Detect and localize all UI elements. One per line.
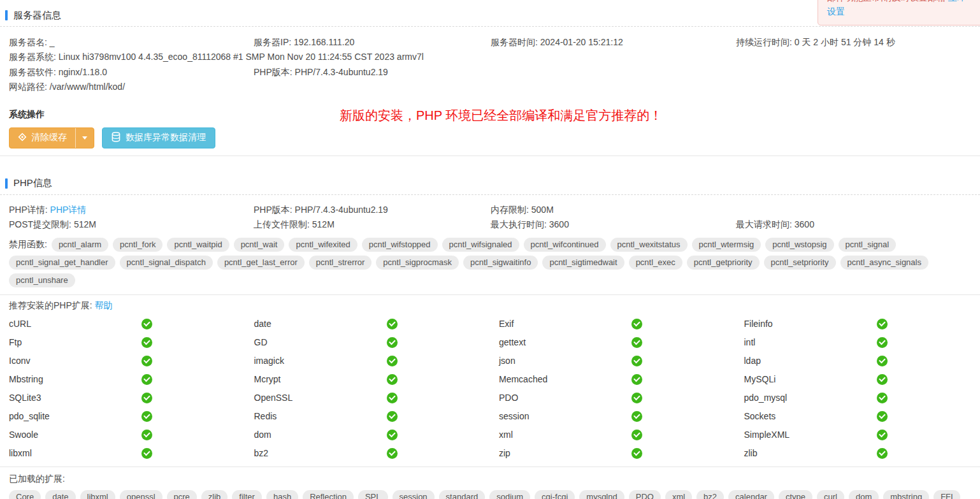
field-label: POST提交限制: [9,219,74,229]
recommended-extensions-row: 推荐安装的PHP扩展: 帮助 [9,300,980,312]
notice-text: 邮件功能正常,请及时设置邮箱 立即 [827,0,980,4]
divider [0,466,980,467]
check-circle-icon [877,319,888,329]
field-label: 服务器名: [9,37,50,47]
extension-tag: date [45,490,75,499]
divider [0,155,980,156]
loaded-extensions-label: 已加载的扩展: [9,474,980,485]
extension-item: pdo_sqlite [0,407,245,426]
php-info-header: PHP信息 [5,177,980,190]
recommended-extensions-grid: cURL date Exif Fileinfo Ftp [0,315,980,463]
system-operations-buttons: 清除缓存 数据库异常数据清理 [9,127,980,148]
extension-name: gettext [499,337,526,347]
extension-tag: PDO [629,490,661,499]
field-value: 512M [312,219,335,229]
extension-tag: Reflection [303,490,354,499]
php-info-grid: PHP详情: PHP详情 PHP版本: PHP/7.4.3-4ubuntu2.1… [0,203,980,233]
extension-name: Iconv [9,356,30,366]
function-tag: pcntl_wexitstatus [610,238,688,252]
extension-item: libxml [0,444,245,463]
field-site-path: 网站路径: /var/www/html/kod/ [0,80,980,94]
check-circle-icon [631,337,642,348]
function-tag: pcntl_getpriority [687,256,760,270]
extension-name: Exif [499,319,514,329]
clear-cache-dropdown-toggle[interactable] [75,128,94,148]
field-label: 服务器IP: [254,37,294,47]
field-memory-limit: 内存限制: 500M [482,203,727,217]
extension-item: dom [245,426,491,444]
check-circle-icon [141,356,152,366]
divider [0,294,980,295]
function-tag: pcntl_wstopsig [765,238,833,252]
field-label: PHP版本: [254,67,295,77]
extension-item: intl [735,333,980,352]
field-server-time: 服务器时间: 2024-01-20 15:21:12 [482,35,727,50]
extension-name: OpenSSL [254,393,293,403]
extension-name: Ftp [9,337,22,347]
check-circle-icon [141,448,152,459]
divider [0,194,980,195]
extension-item: SimpleXML [735,426,980,444]
extension-tag: hash [266,490,298,499]
extension-item: imagick [245,352,491,370]
check-circle-icon [631,411,642,422]
field-label: 服务器时间: [491,37,540,47]
extension-name: zlib [744,448,758,458]
function-tag: pcntl_signal_get_handler [9,256,115,270]
field-label: 服务器系统: [9,52,59,62]
extension-item: ldap [735,352,980,370]
extension-name: Memcached [499,374,547,384]
extension-tag: sodium [489,490,530,499]
field-server-software: 服务器软件: nginx/1.18.0 [0,65,245,80]
check-circle-icon [141,374,152,385]
extension-item: json [490,352,735,370]
notice-text-fragment: 邮件功能正常,请及时设置邮箱 [827,0,948,3]
function-tag: pcntl_sigtimedwait [542,256,624,270]
check-circle-icon [387,430,398,440]
extension-item: gettext [490,333,735,352]
extension-item: Memcached [490,370,735,389]
extension-tag: mbstring [883,490,929,499]
notice-setup-link[interactable]: 立即 [948,0,966,3]
field-label: 内存限制: [491,205,531,215]
extension-tag: SPL [358,490,388,499]
db-clean-button[interactable]: 数据库异常数据清理 [102,127,215,148]
extension-item: Ftp [0,333,245,352]
extension-name: Fileinfo [744,319,773,329]
function-tag: pcntl_strerror [309,256,372,270]
extension-tag: zlib [201,490,228,499]
server-info-grid: 服务器名: _ 服务器IP: 192.168.111.20 服务器时间: 202… [0,35,980,95]
field-value: /var/www/html/kod/ [50,82,125,92]
check-circle-icon [141,393,152,403]
check-circle-icon [387,374,398,385]
field-server-system: 服务器系统: Linux hi3798mv100 4.4.35_ecoo_811… [0,50,980,64]
check-circle-icon [631,393,642,403]
check-circle-icon [631,356,642,366]
help-link[interactable]: 帮助 [95,300,113,310]
extension-item: date [245,315,491,333]
extension-tag: session [393,490,435,499]
extension-item: Mcrypt [245,370,491,389]
clear-cache-button[interactable]: 清除缓存 [10,128,75,148]
php-details-link[interactable]: PHP详情 [50,205,87,215]
extension-tag: xml [665,490,692,499]
extension-item: pdo_mysql [735,389,980,407]
function-tag: pcntl_waitpid [167,238,229,252]
field-php-version: PHP版本: PHP/7.4.3-4ubuntu2.19 [245,203,482,217]
function-tag: pcntl_sigwaitinfo [463,256,538,270]
check-circle-icon [141,411,152,422]
extension-item: Mbstring [0,370,245,389]
db-clean-label: 数据库异常数据清理 [126,132,206,143]
check-circle-icon [387,356,398,366]
notice-setup-link-2[interactable]: 设置 [827,6,845,17]
function-tag: pcntl_signal [839,238,897,252]
field-value: 0 天 2 小时 51 分钟 14 秒 [795,37,895,47]
extension-item: GD [245,333,491,352]
function-tag: pcntl_get_last_error [217,256,305,270]
check-circle-icon [631,448,642,459]
extension-tag: mysqlnd [579,490,624,499]
extension-name: Sockets [744,411,776,421]
extension-name: Mcrypt [254,374,281,384]
extension-name: libxml [9,448,32,458]
check-circle-icon [141,430,152,440]
